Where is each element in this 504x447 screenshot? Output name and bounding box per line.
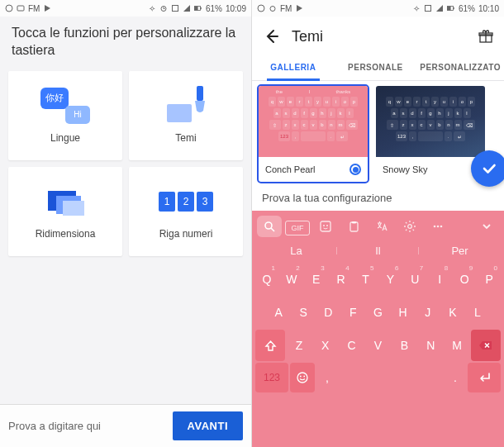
key-comma[interactable]: ,: [316, 363, 338, 392]
suggestion[interactable]: La: [255, 245, 337, 257]
tile-temi[interactable]: Temi: [129, 71, 243, 160]
key-e[interactable]: E3: [305, 264, 328, 295]
live-keyboard[interactable]: GIF La Il Per Q1 W2 E3: [252, 211, 504, 447]
more-icon[interactable]: [426, 216, 450, 237]
suggestion-bar: La Il Per: [255, 239, 501, 262]
key-n[interactable]: N: [418, 330, 443, 361]
key-backspace[interactable]: [471, 330, 501, 361]
status-bar: FM ✧ 61% 10:09: [0, 0, 251, 17]
translate-icon[interactable]: [369, 216, 394, 237]
suggestion[interactable]: Per: [419, 245, 501, 257]
svg-point-18: [323, 225, 325, 226]
clipboard-icon[interactable]: [341, 216, 366, 237]
key-o[interactable]: O9: [453, 264, 476, 295]
settings-icon[interactable]: [397, 216, 422, 237]
bottom-bar: Prova a digitare qui AVANTI: [0, 404, 251, 447]
svg-point-28: [303, 376, 305, 378]
key-v[interactable]: V: [366, 330, 391, 361]
key-row: Q1 W2 E3 R4 T5 Y6 U7 I8 O9 P0: [255, 264, 501, 295]
backspace-icon: [478, 340, 493, 351]
battery-pct: 61%: [459, 4, 475, 13]
radio-selected-icon[interactable]: [349, 164, 361, 175]
key-z[interactable]: Z: [287, 330, 311, 361]
vibrate-icon: ✧: [412, 4, 421, 12]
check-icon: [480, 159, 498, 178]
theme-snowy-sky[interactable]: qwertyuiop asdfghjkl ⇧zxcvbnm⌫ 123,.↵ Sn…: [376, 86, 485, 182]
play-icon: [43, 4, 51, 12]
theme-name: Snowy Sky: [383, 164, 427, 174]
battery-icon: [447, 4, 455, 12]
key-h[interactable]: H: [392, 297, 415, 328]
left-screen: FM ✧ 61% 10:09 Tocca le funzioni per per…: [0, 0, 252, 447]
key-t[interactable]: T5: [354, 264, 378, 295]
svg-rect-20: [350, 222, 358, 231]
gif-icon[interactable]: GIF: [285, 221, 310, 235]
swatch-icon: [167, 104, 192, 122]
tab-personale[interactable]: PERSONALE: [335, 56, 417, 80]
key-j[interactable]: J: [416, 297, 440, 328]
key-numbers[interactable]: 123: [255, 363, 288, 392]
key-a[interactable]: A: [267, 297, 290, 328]
suggestion[interactable]: Il: [337, 245, 419, 257]
tab-personalizzato[interactable]: PERSONALIZZATO: [416, 56, 504, 80]
sticker-icon[interactable]: [313, 216, 338, 237]
tile-ridimensiona[interactable]: Ridimensiona: [8, 167, 122, 256]
key-w[interactable]: W2: [280, 264, 303, 295]
key-d[interactable]: D: [316, 297, 340, 328]
search-icon[interactable]: [257, 216, 282, 237]
theme-gallery[interactable]: theIthanks qwertyuiop asdfghjkl ⇧zxcvbnm…: [252, 81, 504, 183]
play-icon: [295, 4, 303, 12]
key-f[interactable]: F: [341, 297, 364, 328]
key-enter[interactable]: [468, 363, 501, 392]
key-emoji[interactable]: [290, 363, 315, 392]
key-u[interactable]: U7: [403, 264, 426, 295]
key-period[interactable]: .: [445, 363, 466, 392]
theme-conch-pearl[interactable]: theIthanks qwertyuiop asdfghjkl ⇧zxcvbnm…: [259, 86, 368, 182]
tile-riga-numeri[interactable]: 1 2 3 Riga numeri: [129, 167, 243, 256]
next-button[interactable]: AVANTI: [173, 411, 243, 440]
key-c[interactable]: C: [340, 330, 364, 361]
key-r[interactable]: R4: [330, 264, 353, 295]
key-g[interactable]: G: [366, 297, 389, 328]
key-k[interactable]: K: [441, 297, 464, 328]
key-s[interactable]: S: [292, 297, 315, 328]
key-row: A S D F G H J K L: [255, 297, 501, 328]
svg-point-23: [434, 226, 436, 228]
arrow-left-icon: [264, 28, 280, 45]
key-q[interactable]: Q1: [255, 264, 278, 295]
notif-icon: [5, 4, 13, 12]
clock: 10:09: [226, 4, 246, 13]
key-space[interactable]: [340, 363, 443, 392]
key-p[interactable]: P0: [478, 264, 501, 295]
tile-lingue[interactable]: 你好 Hi Lingue: [8, 71, 122, 160]
key-b[interactable]: B: [392, 330, 416, 361]
page-header: Tocca le funzioni per personalizzare la …: [0, 17, 251, 71]
preview-header: Prova la tua configurazione: [252, 183, 504, 211]
collapse-icon[interactable]: [474, 216, 499, 237]
speech-bubble-cn-icon: 你好: [40, 88, 69, 109]
key-shift[interactable]: [255, 330, 285, 361]
brush-icon: [192, 86, 208, 114]
key-m[interactable]: M: [445, 330, 469, 361]
key-y[interactable]: Y6: [379, 264, 402, 295]
key-i[interactable]: I8: [428, 264, 451, 295]
status-bar: FM ✧ 61% 10:10: [252, 0, 504, 17]
svg-rect-12: [447, 7, 451, 11]
tabs: GALLERIA PERSONALE PERSONALIZZATO: [252, 56, 504, 81]
keyboard-preview-icon: theIthanks qwertyuiop asdfghjkl ⇧zxcvbnm…: [259, 86, 368, 157]
back-button[interactable]: [259, 23, 285, 50]
confirm-fab[interactable]: [471, 150, 504, 187]
svg-rect-17: [321, 221, 330, 231]
tab-galleria[interactable]: GALLERIA: [252, 56, 335, 80]
speech-bubble-en-icon: Hi: [65, 106, 90, 124]
right-screen: FM ✧ 61% 10:10 Temi: [252, 0, 504, 447]
notif-icon: [257, 4, 265, 12]
svg-point-25: [440, 226, 443, 228]
emoji-icon: [296, 371, 309, 384]
key-x[interactable]: X: [313, 330, 338, 361]
key-l[interactable]: L: [466, 297, 489, 328]
gift-button[interactable]: [474, 25, 497, 48]
type-hint[interactable]: Prova a digitare qui: [8, 420, 101, 432]
svg-point-24: [437, 226, 440, 228]
svg-point-9: [270, 7, 275, 12]
